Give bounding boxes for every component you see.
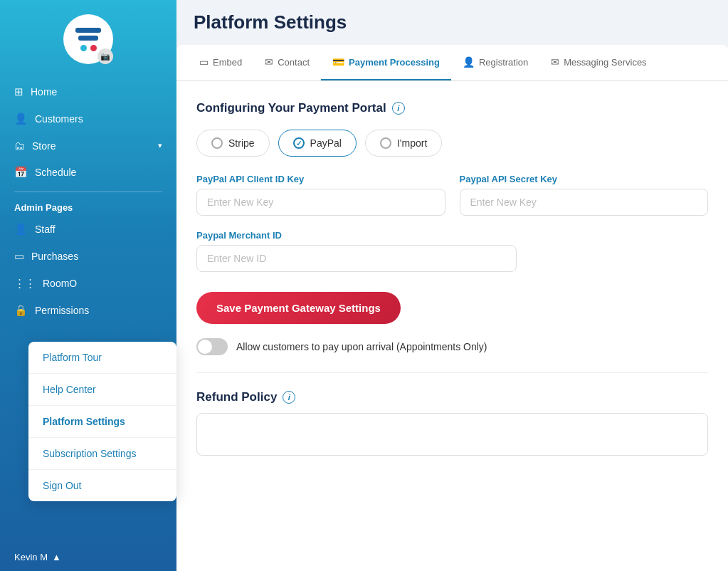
user-arrow-icon: ▲ [52,552,61,562]
customers-icon: 👤 [14,112,28,125]
secret-key-group: Paypal API Secret Key [460,174,709,216]
pay-on-arrival-row: Allow customers to pay upon arrival (App… [196,338,708,373]
merchant-id-input[interactable] [196,245,517,272]
tab-messaging-services[interactable]: ✉ Messaging Services [539,45,658,81]
schedule-icon: 📅 [14,166,28,179]
logo-circle: 📷 [63,14,113,64]
home-icon: ⊞ [14,85,23,98]
client-id-input[interactable] [196,189,445,216]
client-id-label: PayPal API Client ID Key [196,174,445,184]
pay-on-arrival-toggle[interactable] [196,338,228,355]
logo-dot-blue [80,45,87,51]
toggle-knob [198,340,212,354]
merchant-id-row: Paypal Merchant ID [196,230,708,272]
refund-title: Refund Policy i [196,390,708,404]
nav-divider [14,192,162,192]
page-title: Platform Settings [194,11,711,33]
payment-portal-info-icon[interactable]: i [392,102,405,115]
sidebar-item-purchases[interactable]: ▭ Purchases [0,243,176,270]
refund-section: Refund Policy i [196,390,708,456]
secret-key-input[interactable] [460,189,709,216]
save-payment-button[interactable]: Save Payment Gateway Settings [196,292,401,324]
refund-policy-input[interactable] [196,413,708,456]
import-option[interactable]: I'mport [365,130,442,157]
logo-dot-red [90,45,97,51]
payment-icon: 💳 [332,56,344,68]
user-menu-trigger[interactable]: Kevin M ▲ [0,543,176,571]
sidebar-logo: 📷 [0,0,176,71]
roomo-icon: ⋮⋮ [14,277,36,290]
permissions-icon: 🔒 [14,304,28,317]
stripe-option[interactable]: Stripe [196,130,270,157]
merchant-id-group: Paypal Merchant ID [196,230,517,272]
dropdown-item-help-center[interactable]: Help Center [28,374,176,406]
main-content: Platform Settings ▭ Embed ✉ Contact 💳 Pa… [176,0,728,571]
sidebar: 📷 ⊞ Home 👤 Customers 🗂 Store ▾ 📅 Schedul… [0,0,176,571]
api-keys-row: PayPal API Client ID Key Paypal API Secr… [196,174,708,216]
merchant-id-label: Paypal Merchant ID [196,230,517,241]
admin-pages-label: Admin Pages [0,198,176,216]
camera-icon[interactable]: 📷 [97,48,113,64]
paypal-radio [293,137,305,149]
tabs-container: ▭ Embed ✉ Contact 💳 Payment Processing 👤… [176,45,728,81]
sidebar-item-schedule[interactable]: 📅 Schedule [0,159,176,186]
registration-icon: 👤 [463,56,475,68]
tab-embed[interactable]: ▭ Embed [188,45,253,81]
payment-portal-title: Configuring Your Payment Portal i [196,101,708,115]
import-radio [380,137,391,149]
store-arrow: ▾ [158,141,162,150]
pay-on-arrival-label: Allow customers to pay upon arrival (App… [236,341,487,352]
sidebar-item-roomo[interactable]: ⋮⋮ RoomO [0,270,176,297]
dropdown-item-platform-tour[interactable]: Platform Tour [28,342,176,374]
sidebar-item-home[interactable]: ⊞ Home [0,78,176,105]
sidebar-item-store[interactable]: 🗂 Store ▾ [0,132,176,159]
contact-icon: ✉ [265,56,273,68]
secret-key-label: Paypal API Secret Key [460,174,709,184]
dropdown-item-subscription-settings[interactable]: Subscription Settings [28,438,176,470]
content-area: Configuring Your Payment Portal i Stripe… [176,81,728,571]
logo-bar-1 [75,28,101,33]
stripe-radio [211,137,223,149]
messaging-icon: ✉ [551,56,559,68]
sidebar-item-staff[interactable]: 👤 Staff [0,216,176,243]
dropdown-item-sign-out[interactable]: Sign Out [28,470,176,501]
client-id-group: PayPal API Client ID Key [196,174,445,216]
logo-bar-2 [78,36,98,41]
dropdown-menu: Platform Tour Help Center Platform Setti… [28,342,176,501]
store-icon: 🗂 [14,140,25,152]
refund-info-icon[interactable]: i [283,391,295,404]
embed-icon: ▭ [199,56,209,68]
page-header: Platform Settings [176,0,728,45]
purchases-icon: ▭ [14,250,24,263]
payment-options-group: Stripe PayPal I'mport [196,130,708,157]
tab-contact[interactable]: ✉ Contact [253,45,321,81]
staff-icon: 👤 [14,223,28,236]
user-name: Kevin M [14,552,48,562]
logo-dots [80,45,97,51]
sidebar-item-customers[interactable]: 👤 Customers [0,105,176,132]
tab-registration[interactable]: 👤 Registration [451,45,539,81]
tab-payment-processing[interactable]: 💳 Payment Processing [321,45,451,81]
dropdown-item-platform-settings[interactable]: Platform Settings [28,406,176,438]
paypal-option[interactable]: PayPal [278,130,357,157]
sidebar-item-permissions[interactable]: 🔒 Permissions [0,297,176,324]
